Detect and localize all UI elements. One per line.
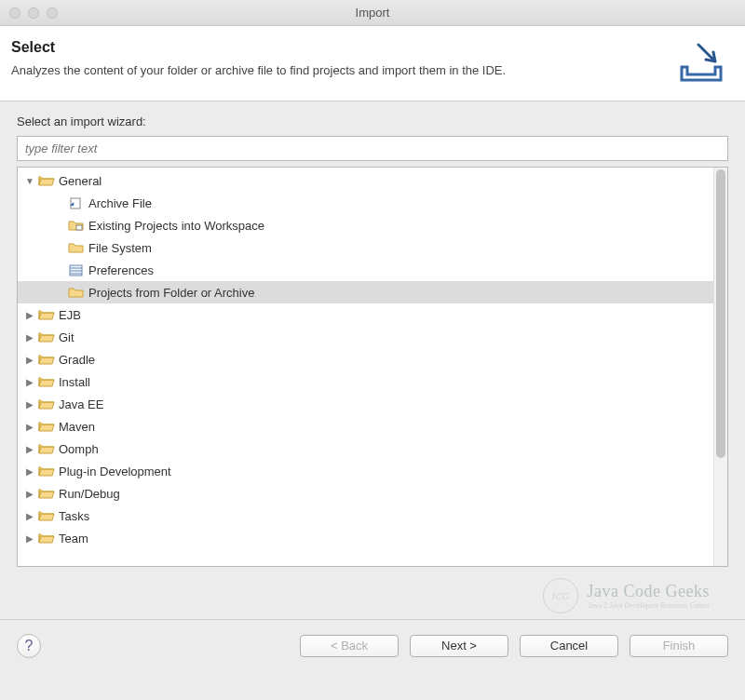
chevron-right-icon[interactable]: ▶ <box>23 375 36 388</box>
chevron-right-icon[interactable]: ▶ <box>23 509 36 522</box>
tree-item-label: Oomph <box>59 442 99 456</box>
tree-category[interactable]: ▶Install <box>18 370 713 393</box>
tree-category[interactable]: ▶Gradle <box>18 348 713 370</box>
tree-item-label: Install <box>59 375 90 389</box>
folder-icon <box>38 508 55 523</box>
wizard-footer: ? < Back Next > Cancel Finish <box>0 619 745 671</box>
filter-input[interactable] <box>17 136 728 161</box>
tree-wizard-item[interactable]: Archive File <box>18 192 713 214</box>
wizard-body: Select an import wizard: ▼GeneralArchive… <box>0 101 745 619</box>
tree-category[interactable]: ▶Team <box>18 527 713 549</box>
tree-item-label: Tasks <box>59 509 89 523</box>
folder-icon <box>38 531 55 545</box>
cancel-button[interactable]: Cancel <box>520 635 618 657</box>
folder-icon <box>38 486 55 501</box>
tree-category[interactable]: ▶Tasks <box>18 505 713 527</box>
tree-item-label: Maven <box>59 420 95 434</box>
tree-item-label: Existing Projects into Workspace <box>88 219 264 233</box>
chevron-right-icon[interactable]: ▶ <box>23 532 36 545</box>
watermark-badge: JCG <box>543 578 578 613</box>
folder-icon <box>38 330 55 344</box>
wizard-tree: ▼GeneralArchive FileExisting Projects in… <box>17 167 728 567</box>
window-title: Import <box>0 6 745 20</box>
chevron-right-icon[interactable]: ▶ <box>23 487 36 500</box>
tree-category[interactable]: ▶Java EE <box>18 393 713 415</box>
filter-label: Select an import wizard: <box>17 114 728 128</box>
tree-item-label: Team <box>59 532 88 545</box>
tree-item-label: Gradle <box>59 353 95 367</box>
archive-icon <box>68 195 85 210</box>
folder-icon <box>38 464 55 478</box>
tree-category[interactable]: ▼General <box>18 169 713 192</box>
finish-button[interactable]: Finish <box>630 635 728 657</box>
folder-icon <box>38 307 55 322</box>
tree-item-label: Git <box>59 330 74 344</box>
wizard-header: Select Analyzes the content of your fold… <box>0 26 745 101</box>
chevron-right-icon[interactable]: ▶ <box>23 397 36 411</box>
chevron-right-icon[interactable]: ▶ <box>23 353 36 366</box>
import-icon <box>674 39 728 84</box>
back-button[interactable]: < Back <box>300 635 399 657</box>
tree-wizard-item[interactable]: File System <box>18 236 713 259</box>
folder-icon <box>38 441 55 456</box>
tree-item-label: EJB <box>59 308 81 322</box>
watermark-sub: Java 2 Java Developers Resource Center <box>588 601 710 610</box>
tree-category[interactable]: ▶Plug-in Development <box>18 460 713 482</box>
tree-item-label: Plug-in Development <box>59 464 171 478</box>
svg-rect-1 <box>76 225 82 230</box>
next-button[interactable]: Next > <box>410 635 508 657</box>
watermark-text: Java Code Geeks <box>588 582 710 600</box>
tree-category[interactable]: ▶Oomph <box>18 438 713 460</box>
tree-item-label: Projects from Folder or Archive <box>88 286 254 300</box>
folder-icon <box>38 173 55 188</box>
tree-viewport[interactable]: ▼GeneralArchive FileExisting Projects in… <box>18 168 713 566</box>
tree-item-label: Java EE <box>59 397 103 411</box>
folder-icon <box>38 374 55 389</box>
chevron-right-icon[interactable]: ▶ <box>23 464 36 478</box>
tree-item-label: Archive File <box>88 196 152 210</box>
chevron-right-icon[interactable]: ▶ <box>23 442 36 455</box>
tree-item-label: Run/Debug <box>59 487 120 501</box>
scrollbar[interactable] <box>713 168 727 566</box>
prefs-icon <box>68 262 85 277</box>
tree-category[interactable]: ▶Run/Debug <box>18 482 713 505</box>
folder-icon <box>38 419 55 434</box>
tree-wizard-item[interactable]: Preferences <box>18 259 713 281</box>
titlebar: Import <box>0 0 745 26</box>
tree-wizard-item[interactable]: Projects from Folder or Archive <box>18 281 713 303</box>
tree-item-label: File System <box>88 241 152 255</box>
chevron-right-icon[interactable]: ▶ <box>23 420 36 433</box>
help-button[interactable]: ? <box>17 634 41 658</box>
tree-category[interactable]: ▶Maven <box>18 415 713 438</box>
folder-icon <box>68 285 85 300</box>
chevron-down-icon[interactable]: ▼ <box>23 174 36 187</box>
folder-icon <box>38 352 55 367</box>
tree-item-label: General <box>59 174 102 188</box>
tree-wizard-item[interactable]: Existing Projects into Workspace <box>18 214 713 236</box>
tree-item-label: Preferences <box>88 263 154 277</box>
scroll-thumb[interactable] <box>716 169 725 458</box>
tree-category[interactable]: ▶Git <box>18 326 713 348</box>
tree-category[interactable]: ▶EJB <box>18 303 713 326</box>
project-folder-icon <box>68 218 85 233</box>
page-description: Analyzes the content of your folder or a… <box>11 63 506 77</box>
page-title: Select <box>11 39 506 56</box>
watermark: JCG Java Code Geeks Java 2 Java Develope… <box>17 567 728 619</box>
folder-icon <box>68 240 85 255</box>
chevron-right-icon[interactable]: ▶ <box>23 330 36 343</box>
folder-icon <box>38 397 55 411</box>
chevron-right-icon[interactable]: ▶ <box>23 308 36 321</box>
